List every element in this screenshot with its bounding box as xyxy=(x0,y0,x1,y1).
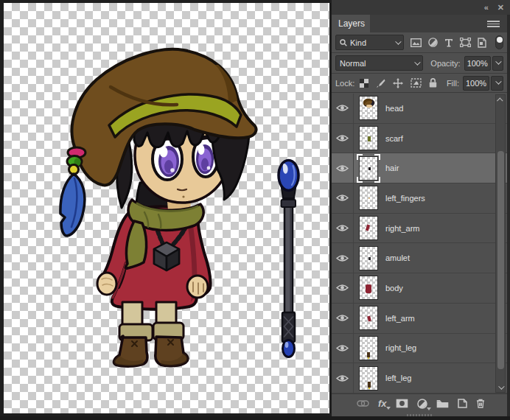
layer-name[interactable]: scarf xyxy=(385,134,403,143)
layer-name[interactable]: right_leg xyxy=(385,343,416,352)
layer-list-scrollbar[interactable] xyxy=(495,94,506,393)
opacity-value-field[interactable]: 100% xyxy=(464,56,491,71)
search-icon xyxy=(340,39,347,46)
visibility-eye-icon[interactable] xyxy=(332,153,354,183)
visibility-eye-icon[interactable] xyxy=(332,243,354,273)
new-group-folder-icon[interactable] xyxy=(436,399,449,408)
scroll-down-button[interactable] xyxy=(496,382,505,392)
layer-thumbnail[interactable] xyxy=(359,246,378,270)
lock-position-move-icon[interactable] xyxy=(393,78,403,88)
panel-tab-bar: Layers xyxy=(332,15,507,32)
layers-panel-toolbar: fx xyxy=(332,393,507,413)
new-adjustment-layer-icon[interactable] xyxy=(417,399,427,409)
visibility-eye-icon[interactable] xyxy=(332,124,354,153)
smart-object-filter-icon[interactable] xyxy=(478,38,486,48)
layer-thumbnail[interactable] xyxy=(359,186,378,210)
filter-toggle-switch[interactable] xyxy=(495,35,503,49)
shape-layer-filter-icon[interactable] xyxy=(460,38,471,47)
layer-thumbnail[interactable] xyxy=(359,306,378,330)
panel-title-bar: « ✕ xyxy=(332,0,510,15)
blend-mode-row: Normal Opacity: 100% xyxy=(332,53,507,74)
layer-thumbnail[interactable] xyxy=(359,366,378,391)
layer-name[interactable]: body xyxy=(385,284,403,293)
layer-name[interactable]: left_arm xyxy=(385,314,415,323)
layer-row-left-leg[interactable]: left_leg xyxy=(332,363,507,393)
layer-row-amulet[interactable]: amulet xyxy=(332,243,507,273)
layer-thumbnail[interactable] xyxy=(359,336,378,360)
chevron-down-icon xyxy=(395,38,401,44)
layer-thumbnail[interactable] xyxy=(359,126,378,150)
visibility-eye-icon[interactable] xyxy=(332,363,354,393)
chevron-down-icon xyxy=(414,59,420,65)
fill-value: 100% xyxy=(466,79,486,88)
layers-panel: « ✕ Layers Kind xyxy=(332,0,510,420)
visibility-eye-icon[interactable] xyxy=(332,304,354,333)
layer-name[interactable]: right_arm xyxy=(385,224,419,233)
layer-row-right-arm[interactable]: right_arm xyxy=(332,214,507,244)
layer-thumbnail[interactable] xyxy=(359,156,378,181)
layer-name[interactable]: left_fingers xyxy=(385,194,425,203)
visibility-eye-icon[interactable] xyxy=(332,94,354,123)
collapse-panel-icon[interactable]: « xyxy=(484,3,488,12)
type-layer-filter-icon[interactable] xyxy=(444,38,453,47)
layer-row-hair[interactable]: hair xyxy=(332,153,507,183)
character-art xyxy=(60,49,256,366)
visibility-eye-icon[interactable] xyxy=(332,273,354,303)
new-layer-icon[interactable] xyxy=(458,399,467,408)
scrollbar-thumb[interactable] xyxy=(497,151,504,369)
lock-artboard-icon[interactable] xyxy=(411,78,422,88)
blend-mode-value: Normal xyxy=(340,59,366,68)
lock-transparent-pixels-icon[interactable] xyxy=(360,79,368,88)
layer-row-left-fingers[interactable]: left_fingers xyxy=(332,183,507,214)
fill-label: Fill: xyxy=(447,79,459,88)
panel-menu-icon[interactable] xyxy=(487,21,500,27)
layer-row-head[interactable]: head xyxy=(332,94,507,124)
window-bottom-edge xyxy=(0,416,510,420)
pixel-layer-filter-icon[interactable] xyxy=(411,38,422,47)
tab-layers[interactable]: Layers xyxy=(332,15,370,32)
layer-styles-fx-icon[interactable]: fx xyxy=(378,399,387,408)
opacity-label: Opacity: xyxy=(430,59,460,68)
lock-label: Lock: xyxy=(335,79,354,88)
character-artwork xyxy=(4,3,329,413)
document-canvas[interactable] xyxy=(4,3,329,413)
fill-dropdown-button[interactable] xyxy=(491,76,503,91)
layer-row-scarf[interactable]: scarf xyxy=(332,124,507,154)
lock-image-pixels-brush-icon[interactable] xyxy=(376,78,385,88)
add-layer-mask-icon[interactable] xyxy=(396,399,408,408)
close-panel-icon[interactable]: ✕ xyxy=(497,3,503,13)
layer-row-body[interactable]: body xyxy=(332,273,507,304)
link-layers-icon[interactable] xyxy=(357,400,369,407)
fill-value-field[interactable]: 100% xyxy=(463,76,489,91)
layer-thumbnail[interactable] xyxy=(359,96,378,120)
visibility-eye-icon[interactable] xyxy=(332,183,354,213)
opacity-dropdown-button[interactable] xyxy=(492,56,503,71)
kind-filter-label: Kind xyxy=(350,38,366,47)
adjustment-layer-filter-icon[interactable] xyxy=(428,38,438,47)
layer-row-left-arm[interactable]: left_arm xyxy=(332,304,507,334)
layer-name[interactable]: amulet xyxy=(385,253,410,262)
layer-row-right-leg[interactable]: right_leg xyxy=(332,334,507,364)
scroll-up-button[interactable] xyxy=(496,95,505,105)
layer-list: head scarf hair left_fingers xyxy=(332,94,507,393)
kind-filter-dropdown[interactable]: Kind xyxy=(335,35,404,50)
visibility-eye-icon[interactable] xyxy=(332,214,354,243)
layer-filter-row: Kind xyxy=(332,32,507,53)
layer-name[interactable]: hair xyxy=(385,164,399,172)
filter-type-icons xyxy=(411,35,503,49)
layer-name[interactable]: left_leg xyxy=(385,374,411,382)
staff-art xyxy=(279,161,298,357)
opacity-value: 100% xyxy=(467,59,488,68)
layer-thumbnail[interactable] xyxy=(359,276,378,300)
lock-row: Lock: Fill: 100% xyxy=(332,74,507,93)
visibility-eye-icon[interactable] xyxy=(332,334,354,363)
lock-all-padlock-icon[interactable] xyxy=(429,78,437,88)
layer-thumbnail[interactable] xyxy=(359,216,378,240)
delete-layer-trash-icon[interactable] xyxy=(476,399,485,408)
layer-name[interactable]: head xyxy=(385,104,403,113)
blend-mode-dropdown[interactable]: Normal xyxy=(335,55,423,71)
lock-icons xyxy=(360,78,437,88)
